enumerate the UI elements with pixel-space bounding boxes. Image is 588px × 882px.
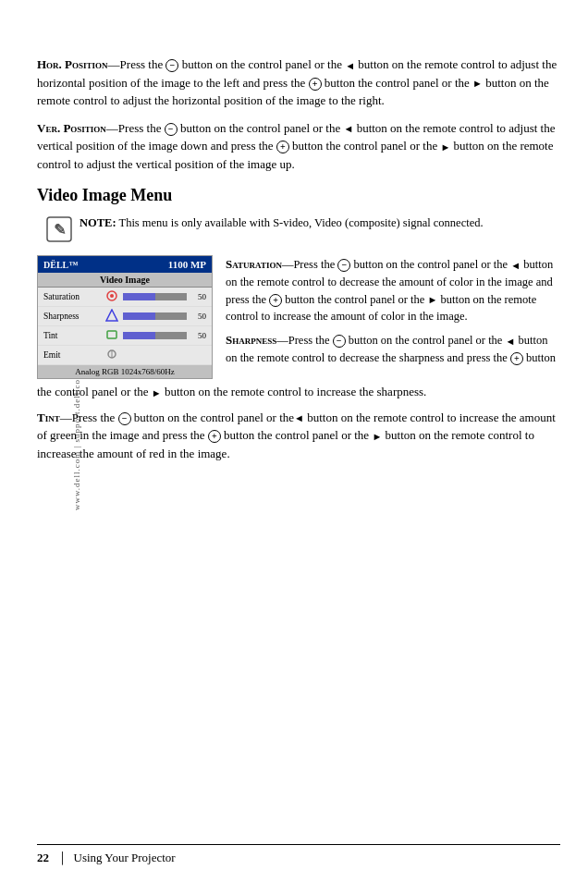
sharpness-continuation: the control panel or the ► button on the… [37,383,560,401]
page-footer: 22 │ Using Your Projector [37,844,560,865]
hor-position-term: Hor. Position [37,57,108,71]
minus-icon-1 [165,59,178,72]
saturation-term: Saturation [226,257,282,271]
proj-label-emit: Emit [43,350,104,360]
proj-icon-emit [104,348,120,362]
proj-bar-saturation [123,293,187,300]
video-image-menu-heading: Video Image Menu [37,186,560,205]
arrow-left-sharp: ◄ [506,334,516,349]
sharpness-section-right: Sharpness—Press the button on the contro… [226,331,560,367]
tint-block: Tint—Press the button on the control pan… [37,409,560,463]
proj-value-tint: 50 [190,331,206,340]
two-col-section: DËLL™ 1100 MP Video Image Saturation 50 [37,255,560,379]
proj-value-sharpness: 50 [190,312,206,321]
proj-icon-tint [104,328,120,343]
proj-label-sharpness: Sharpness [43,312,104,321]
arrow-right-2: ► [440,140,450,155]
minus-icon-2 [165,123,178,136]
note-icon: ✎ [46,216,72,242]
page-container: www.dell.com | support.dell.com Hor. Pos… [0,0,588,882]
proj-value-saturation: 50 [190,292,206,301]
arrow-right-sat: ► [427,292,437,308]
ver-position-term: Ver. Position [37,121,106,135]
proj-bar-tint [123,332,187,339]
arrow-right-sharp-cont: ► [152,386,162,401]
svg-marker-4 [106,310,117,321]
note-text: NOTE: This menu is only available with S… [80,214,484,232]
note-label: NOTE: [80,216,116,229]
svg-point-3 [110,294,114,298]
sharpness-term: Sharpness [226,333,276,347]
plus-icon-sharp [510,352,523,365]
proj-icon-saturation [104,289,120,304]
proj-label-tint: Tint [43,331,104,340]
note-box: ✎ NOTE: This menu is only available with… [46,214,560,242]
arrow-left-2: ◄ [344,121,354,137]
plus-icon-sat [269,294,282,307]
plus-icon-2 [276,141,289,153]
proj-header: DËLL™ 1100 MP [38,256,212,273]
tint-term: Tint [37,410,60,424]
proj-title-bar: Video Image [38,273,212,288]
projector-screenshot: DËLL™ 1100 MP Video Image Saturation 50 [37,255,213,379]
proj-model: 1100 MP [168,259,206,270]
svg-rect-5 [107,331,116,338]
arrow-right-tint: ► [372,429,382,445]
proj-footer: Analog RGB 1024x768/60Hz [38,365,212,378]
minus-icon-tint [118,412,131,425]
proj-row-sharpness: Sharpness 50 [38,307,212,326]
plus-icon-1 [309,78,322,91]
arrow-left-sat: ◄ [510,258,521,274]
note-body: This menu is only available with S-video… [119,216,484,229]
proj-logo: DËLL™ [43,260,78,270]
arrow-right-1: ► [472,76,483,92]
minus-icon-sharp [333,335,346,348]
proj-row-tint: Tint 50 [38,326,212,346]
page-number: 22 [37,851,49,865]
proj-icon-sharpness [104,309,120,324]
proj-row-saturation: Saturation 50 [38,288,212,307]
right-col-descriptions: Saturation—Press the button on the contr… [226,255,560,379]
arrow-left-1: ◄ [345,58,355,74]
page-description: Using Your Projector [74,851,176,865]
proj-row-emit: Emit [38,346,212,365]
hor-position-block: Hor. Position—Press the button on the co… [37,55,560,110]
main-content: Hor. Position—Press the button on the co… [37,55,560,845]
minus-icon-sat [337,259,350,272]
saturation-section: Saturation—Press the button on the contr… [226,255,560,325]
proj-bar-sharpness [123,312,187,320]
arrow-left-tint: ◄ [294,410,304,426]
svg-text:✎: ✎ [54,222,66,238]
proj-label-saturation: Saturation [43,292,104,301]
plus-icon-tint [208,430,221,443]
ver-position-block: Ver. Position—Press the button on the co… [37,119,560,174]
